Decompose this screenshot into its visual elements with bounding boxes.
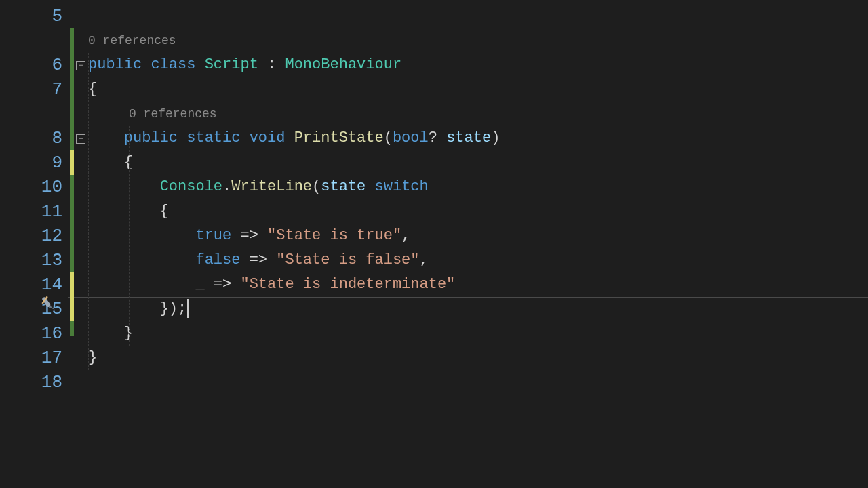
code-line[interactable]: true => "State is true", [88, 224, 868, 248]
codelens-references[interactable]: 0 references [88, 28, 868, 53]
code-line[interactable]: _ => "State is indeterminate" [88, 272, 868, 297]
code-line[interactable]: } [88, 346, 868, 370]
code-line[interactable]: Console.WriteLine(state switch [88, 175, 868, 199]
change-bar-yellow [70, 272, 74, 321]
code-editor[interactable]: 56789101112131415161718 0 referencespubl… [0, 0, 868, 488]
line-number: 7 [0, 77, 62, 102]
line-number: 10 [0, 175, 62, 199]
code-line[interactable] [88, 4, 868, 28]
text-caret [187, 299, 189, 318]
line-number: 9 [0, 150, 62, 175]
code-line[interactable]: public class Script : MonoBehaviour− [88, 53, 868, 77]
line-number: 5 [0, 4, 62, 28]
line-number: 8 [0, 126, 62, 150]
line-number: 17 [0, 346, 62, 370]
line-number [0, 102, 62, 126]
line-number: 13 [0, 248, 62, 272]
line-number-gutter: 56789101112131415161718 [0, 0, 68, 488]
code-line[interactable]: }); [88, 297, 868, 321]
code-line[interactable]: { [88, 150, 868, 175]
code-line[interactable]: false => "State is false", [88, 248, 868, 272]
line-number: 11 [0, 199, 62, 224]
fold-toggle[interactable]: − [76, 134, 85, 144]
line-number: 12 [0, 224, 62, 248]
code-line[interactable]: { [88, 77, 868, 102]
code-area[interactable]: 0 referencespublic class Script : MonoBe… [68, 0, 868, 488]
code-line[interactable] [88, 370, 868, 394]
fold-toggle[interactable]: − [76, 61, 85, 70]
codelens-references[interactable]: 0 references [88, 102, 868, 126]
code-line[interactable]: } [88, 321, 868, 346]
line-number: 16 [0, 321, 62, 346]
line-number: 6 [0, 53, 62, 77]
line-number: 18 [0, 370, 62, 394]
code-line[interactable]: public static void PrintState(bool? stat… [88, 126, 868, 150]
line-number [0, 28, 62, 53]
code-line[interactable]: { [88, 199, 868, 224]
change-bar-yellow [70, 150, 74, 175]
